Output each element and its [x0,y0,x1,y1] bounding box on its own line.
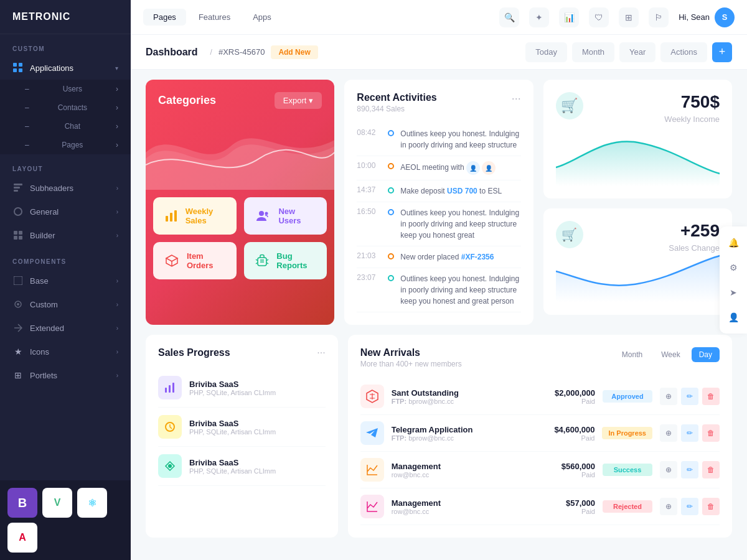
sales-progress-header: Sales Progress ··· [158,347,326,358]
user-avatar[interactable]: S [715,7,735,27]
edit-button[interactable]: ✏ [681,498,698,515]
sidebar-item-pages[interactable]: – Pages › [0,136,131,154]
chat-dash: – [25,122,29,131]
sidebar-item-subheaders[interactable]: Subheaders › [0,176,131,200]
rs-send-icon[interactable]: ➤ [723,282,743,302]
custom-label: Custom [30,300,58,309]
page-title: Dashboard [146,47,198,58]
flag-icon[interactable]: 🏳 [649,7,669,27]
tab-features[interactable]: Features [189,9,240,26]
svg-rect-9 [19,231,22,235]
sidebar-item-icons[interactable]: ★ Icons › [0,340,131,363]
rs-notifications-icon[interactable]: 🔔 [723,233,743,253]
rs-user-icon[interactable]: 👤 [723,307,743,327]
section-custom-label: CUSTOM [0,34,131,56]
sidebar-item-portlets[interactable]: ⊞ Portlets › [0,363,131,387]
copy-button[interactable]: ⊕ [660,424,677,442]
tab-pages[interactable]: Pages [143,9,186,26]
sp-info-3: Briviba SaaS PHP, SQLite, Artisan CLImm [189,458,326,475]
breadcrumb: / #XRS-45670 Add New [210,45,318,59]
arrivals-row: Telegram Application FTP: bprow@bnc.cc $… [360,415,720,452]
arr-amount-4: $57,000 Paid [539,498,595,515]
sidebar-item-users[interactable]: – Users › [0,80,131,98]
delete-button[interactable]: 🗑 [702,424,720,442]
edit-button[interactable]: ✏ [681,388,698,405]
extended-icon [12,322,24,334]
category-weekly-sales[interactable]: Weekly Sales [153,197,237,235]
grid-icon[interactable]: ⊞ [619,7,639,27]
sidebar-item-custom[interactable]: Custom › [0,292,131,316]
delete-button[interactable]: 🗑 [702,498,720,515]
rs-settings-icon[interactable]: ⚙ [723,258,743,278]
tab-apps[interactable]: Apps [243,9,281,26]
delete-button[interactable]: 🗑 [702,461,720,478]
activities-list: 08:42 Outlines keep you honest. Indulgin… [357,123,520,312]
general-icon [12,206,24,217]
month-button[interactable]: Month [572,42,614,62]
sidebar-item-contacts[interactable]: – Contacts › [0,98,131,117]
activities-header: Recent Activities 890,344 Sales ··· [357,92,520,113]
bug-reports-icon [254,251,271,271]
copy-button[interactable]: ⊕ [660,498,677,515]
sidebar-item-builder[interactable]: Builder › [0,223,131,247]
search-icon[interactable]: 🔍 [499,7,519,27]
plus-button[interactable]: + [712,42,732,62]
activity-item: 21:03 New order placed #XF-2356 [357,246,520,268]
shield-icon[interactable]: 🛡 [589,7,609,27]
tab-week[interactable]: Week [654,347,687,362]
copy-button[interactable]: ⊕ [660,388,677,405]
sidebar-item-base[interactable]: Base › [0,269,131,292]
tab-month[interactable]: Month [614,347,650,362]
year-button[interactable]: Year [619,42,655,62]
sales-progress-menu[interactable]: ··· [317,347,325,358]
arr-amount-2: $4,600,000 Paid [538,425,594,442]
arr-info-4: Management row@bnc.cc [392,498,532,515]
activities-menu[interactable]: ··· [512,92,521,105]
category-new-users[interactable]: New Users [244,197,327,235]
svg-rect-4 [14,184,22,185]
arrivals-row: Management row@bnc.cc $57,000 Paid Rejec… [360,488,720,525]
svg-rect-26 [169,385,171,393]
subheader: Dashboard / #XRS-45670 Add New Today Mon… [131,35,747,70]
today-button[interactable]: Today [525,42,567,62]
delete-button[interactable]: 🗑 [702,388,720,405]
category-bug-reports[interactable]: Bug Reports [244,242,327,279]
icons-label: Icons [30,347,49,357]
sidebar-item-chat[interactable]: – Chat › [0,117,131,136]
actions-button[interactable]: Actions [660,42,707,62]
sidebar-item-applications[interactable]: Applications ▾ [0,56,131,80]
category-item-orders[interactable]: Item Orders [153,242,237,279]
categories-bottom: Weekly Sales New Users [146,190,334,287]
users-label: Users [63,85,82,93]
activity-item: 08:42 Outlines keep you honest. Indulgin… [357,123,520,156]
export-button[interactable]: Export ▾ [275,92,322,109]
arr-info-2: Telegram Application FTP: bprow@bnc.cc [392,425,532,442]
add-new-button[interactable]: Add New [271,45,317,59]
income-icon: 🛒 [556,92,583,119]
angular-logo[interactable]: A [7,523,37,553]
activity-dot [388,130,394,136]
chart-icon[interactable]: 📊 [559,7,579,27]
weekly-sales-icon [163,206,179,226]
sidebar: METRONIC CUSTOM Applications ▾ – Users ›… [0,0,131,560]
vue-logo[interactable]: V [42,488,72,518]
copy-button[interactable]: ⊕ [660,461,677,478]
sp-info-2: Briviba SaaS PHP, SQLite, Artisan CLImm [189,419,326,436]
icons-icon: ★ [12,346,24,357]
arr-logo-3 [360,458,384,482]
svg-rect-2 [13,68,17,72]
sidebar-item-general[interactable]: General › [0,200,131,223]
contacts-dash: – [25,103,29,112]
item-orders-icon [163,251,181,271]
tab-day[interactable]: Day [692,347,720,362]
network-icon[interactable]: ✦ [529,7,549,27]
edit-button[interactable]: ✏ [681,424,698,442]
pages-dash: – [25,141,29,149]
svg-rect-16 [170,213,172,222]
react-logo[interactable]: ⚛ [77,488,107,518]
arr-actions-3: ⊕ ✏ 🗑 [660,461,720,478]
sidebar-item-extended[interactable]: Extended › [0,316,131,340]
bootstrap-logo[interactable]: B [7,488,37,518]
edit-button[interactable]: ✏ [681,461,698,478]
arr-actions-1: ⊕ ✏ 🗑 [660,388,720,405]
